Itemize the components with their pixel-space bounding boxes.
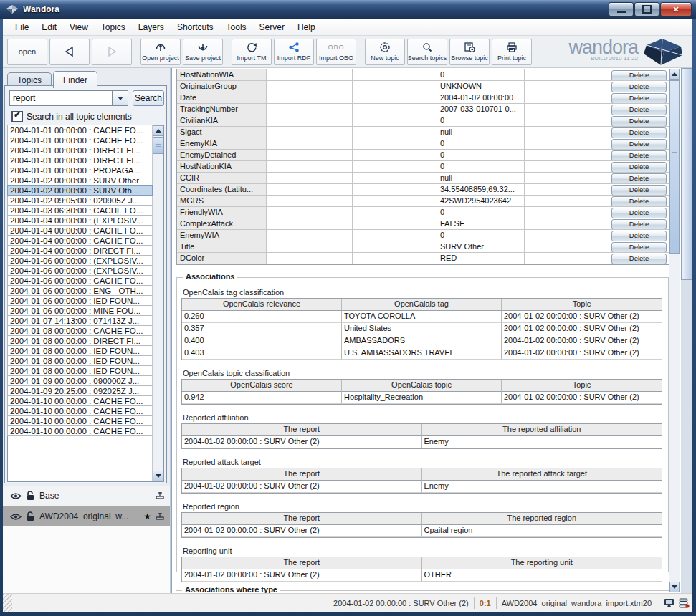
occurrence-value-cell[interactable]: 0 (437, 138, 525, 150)
occurrence-empty-cell[interactable] (267, 161, 353, 173)
occurrence-empty-cell[interactable] (267, 115, 353, 127)
delete-button[interactable]: Delete (611, 231, 667, 241)
occurrence-empty-cell[interactable] (353, 127, 437, 138)
import-obo-button[interactable]: OBO Import OBO (316, 39, 356, 65)
layer-stack-icon[interactable] (156, 491, 164, 500)
occurrence-type-cell[interactable]: CivilianKIA (177, 115, 267, 127)
topic-list-item[interactable]: 2004-01-06 00:00:00 : MINE FOU... (7, 305, 153, 316)
association-column-header[interactable]: The reported affiliation (422, 424, 662, 436)
topic-list-item[interactable]: 2004-01-07 14:13:00 : 071413Z J... (7, 315, 153, 326)
topic-list-item[interactable]: 2004-01-04 00:00:00 : CACHE FO... (7, 225, 153, 236)
occurrence-type-cell[interactable]: DColor (177, 253, 267, 264)
close-button[interactable]: ✕ (660, 2, 692, 16)
topic-list-item[interactable]: 2004-01-06 00:00:00 : (EXPLOSIV... (7, 265, 153, 276)
topic-list-item[interactable]: 2004-01-02 09:05:00 : 020905Z J... (7, 195, 153, 206)
occurrence-value-cell[interactable]: null (437, 127, 525, 138)
topic-list-item[interactable]: 2004-01-06 00:00:00 : ENG - OTH... (7, 285, 153, 296)
association-cell[interactable]: U.S. AMBASSADORS TRAVEL (342, 347, 502, 360)
topic-list-item[interactable]: 2004-01-08 00:00:00 : IED FOUN... (7, 365, 153, 376)
menu-item[interactable]: Server (253, 19, 291, 36)
occurrence-value-cell[interactable]: 0 (437, 69, 525, 81)
association-column-header[interactable]: The reporting unit (422, 557, 662, 569)
scroll-down-button[interactable] (669, 582, 680, 592)
topic-list-item[interactable]: 2004-01-10 00:00:00 : CACHE FO... (7, 395, 153, 406)
occurrence-empty-cell[interactable] (267, 173, 353, 184)
occurrence-empty-cell[interactable] (353, 69, 437, 81)
topic-list-item[interactable]: 2004-01-06 00:00:00 : (EXPLOSIV... (7, 255, 153, 266)
topic-panel-scrollbar[interactable] (669, 69, 680, 592)
occurrence-empty-cell[interactable] (525, 230, 609, 241)
association-cell[interactable]: Hospitality_Recreation (342, 392, 502, 404)
delete-button[interactable]: Delete (611, 93, 667, 104)
occurrence-empty-cell[interactable] (525, 184, 609, 196)
scrollbar-thumb[interactable] (153, 137, 163, 154)
delete-button[interactable]: Delete (611, 82, 667, 92)
topic-list-item[interactable]: 2004-01-01 00:00:00 : DIRECT FI... (7, 145, 153, 155)
occurrence-empty-cell[interactable] (353, 138, 437, 150)
occurrence-empty-cell[interactable] (267, 241, 353, 253)
occurrence-empty-cell[interactable] (267, 218, 353, 230)
occurrence-value-cell[interactable]: 0 (437, 115, 525, 127)
minimize-button[interactable] (609, 2, 634, 16)
delete-button[interactable]: Delete (611, 150, 667, 161)
occurrence-empty-cell[interactable] (267, 196, 353, 207)
occurrence-value-cell[interactable]: 0 (437, 207, 525, 218)
occurrence-type-cell[interactable]: HostNationKIA (177, 161, 267, 173)
topic-list-item[interactable]: 2004-01-03 06:30:00 : CACHE FO... (7, 205, 153, 216)
occurrence-empty-cell[interactable] (267, 207, 353, 218)
topic-list-item[interactable]: 2004-01-09 20:25:00 : 092025Z J... (7, 385, 153, 396)
occurrence-value-cell[interactable]: 0 (437, 230, 525, 241)
new-topic-button[interactable]: New topic (365, 39, 405, 65)
association-column-header[interactable]: OpenCalais topic (342, 380, 502, 392)
occurrence-empty-cell[interactable] (525, 253, 609, 264)
resize-grip[interactable] (3, 594, 12, 612)
search-topics-button[interactable]: Search topics (407, 39, 447, 65)
import-tm-button[interactable]: Import TM (232, 39, 272, 65)
occurrence-value-cell[interactable]: SURV Other (437, 241, 525, 253)
occurrence-value-cell[interactable]: FALSE (437, 218, 525, 230)
occurrence-empty-cell[interactable] (353, 241, 437, 253)
search-input[interactable]: report (10, 91, 112, 105)
association-cell[interactable]: Enemy (422, 436, 662, 448)
open-project-button[interactable]: Open project (140, 39, 181, 65)
delete-button[interactable]: Delete (611, 127, 667, 138)
occurrence-empty-cell[interactable] (267, 69, 353, 81)
menu-item[interactable]: Topics (95, 19, 132, 36)
scrollbar-thumb[interactable] (669, 80, 680, 254)
association-cell[interactable]: AMBASSADORS (342, 335, 502, 347)
occurrence-empty-cell[interactable] (525, 207, 609, 218)
menu-item[interactable]: Layers (132, 19, 171, 36)
menu-item[interactable]: Tools (220, 19, 253, 36)
delete-button[interactable]: Delete (611, 116, 667, 127)
association-cell[interactable]: Enemy (422, 481, 662, 493)
visibility-eye-icon[interactable] (10, 513, 22, 521)
maximize-button[interactable] (634, 2, 659, 16)
occurrence-empty-cell[interactable] (525, 104, 609, 115)
occurrence-empty-cell[interactable] (525, 81, 609, 92)
topic-list-item[interactable]: 2004-01-04 00:00:00 : (EXPLOSIV... (7, 215, 153, 226)
occurrence-empty-cell[interactable] (353, 207, 437, 218)
occurrence-empty-cell[interactable] (353, 104, 437, 115)
occurrence-type-cell[interactable]: EnemyWIA (177, 230, 267, 241)
association-cell[interactable]: 2004-01-02 00:00:00 : SURV Other (2) (502, 323, 662, 335)
scroll-up-button[interactable] (669, 69, 680, 80)
scroll-up-button[interactable] (153, 125, 163, 136)
association-cell[interactable]: 2004-01-02 00:00:00 : SURV Other (2) (502, 392, 662, 404)
topic-list-item[interactable]: 2004-01-01 00:00:00 : CACHE FO... (7, 135, 153, 145)
association-column-header[interactable]: Topic (502, 380, 662, 392)
titlebar[interactable]: Wandora ✕ (0, 0, 696, 19)
delete-button[interactable]: Delete (611, 105, 667, 115)
import-rdf-button[interactable]: Import RDF (274, 39, 314, 65)
delete-button[interactable]: Delete (611, 208, 667, 218)
occurrence-empty-cell[interactable] (267, 253, 353, 264)
menu-item[interactable]: File (9, 19, 35, 36)
occurrence-value-cell[interactable]: UNKNOWN (437, 81, 525, 92)
delete-button[interactable]: Delete (611, 173, 667, 184)
topic-list-item[interactable]: 2004-01-04 00:00:00 : DIRECT FI... (7, 245, 153, 256)
association-column-header[interactable]: Topic (502, 299, 662, 311)
association-cell[interactable]: 2004-01-02 00:00:00 : SURV Other (2) (502, 347, 662, 360)
topic-list-item[interactable]: 2004-01-02 00:00:00 : SURV Other (7, 175, 153, 186)
occurrence-type-cell[interactable]: MGRS (177, 196, 267, 207)
occurrence-empty-cell[interactable] (525, 138, 609, 150)
association-column-header[interactable]: The reported attack target (422, 468, 662, 481)
